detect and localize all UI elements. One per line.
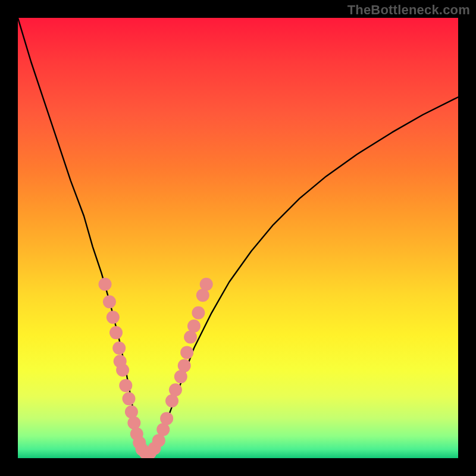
bottleneck-curve xyxy=(18,18,458,454)
valley-dot xyxy=(125,405,138,418)
valley-dot xyxy=(99,278,112,291)
valley-dot xyxy=(107,311,120,324)
plot-area xyxy=(18,18,458,458)
valley-dot xyxy=(122,392,135,405)
valley-dots xyxy=(99,278,213,458)
valley-dot xyxy=(192,306,205,320)
valley-dot xyxy=(169,383,182,396)
valley-dot xyxy=(116,364,129,377)
valley-dot xyxy=(178,359,191,372)
curve-svg xyxy=(18,18,458,458)
valley-dot xyxy=(109,326,123,339)
valley-dot xyxy=(112,342,126,355)
valley-dot xyxy=(127,416,140,430)
valley-dot xyxy=(187,320,201,333)
chart-frame: TheBottleneck.com xyxy=(0,0,476,476)
valley-dot xyxy=(160,412,173,425)
valley-dot xyxy=(180,346,193,359)
valley-dot xyxy=(103,295,116,308)
watermark-text: TheBottleneck.com xyxy=(347,2,470,18)
valley-dot xyxy=(200,278,213,291)
valley-dot xyxy=(119,379,132,392)
